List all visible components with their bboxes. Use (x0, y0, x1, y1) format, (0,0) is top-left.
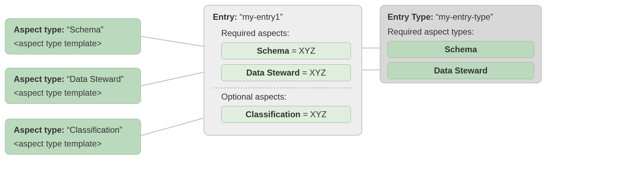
entry-type-title-value: “my-entry-type” (436, 12, 493, 22)
entry-title-prefix: Entry: (213, 12, 240, 22)
required-aspect-type-schema: Schema (388, 41, 534, 58)
section-divider (213, 88, 353, 88)
aspect-type-template: <aspect type template> (14, 38, 132, 49)
aspect-type-template: <aspect type template> (14, 87, 132, 99)
aspect-type-label-prefix: Aspect type: (14, 125, 67, 135)
required-aspect-type-data-steward-label: Data Steward (434, 66, 488, 76)
aspect-type-name: “Schema” (67, 25, 104, 34)
entry-title-value: “my-entry1” (240, 12, 283, 22)
connector-data-steward (141, 70, 214, 86)
entry-required-label: Required aspects: (221, 28, 353, 39)
entry-required-pills: Schema = XYZ Data Steward = XYZ (221, 42, 351, 81)
entry-type-required-pills: Schema Data Steward (388, 41, 534, 79)
aspect-type-label-prefix: Aspect type: (14, 74, 67, 84)
connector-classification (141, 115, 214, 136)
aspect-type-title: Aspect type: “Classification” (14, 124, 132, 136)
entry-type-title-prefix: Entry Type: (388, 12, 436, 22)
entry-title: Entry: “my-entry1” (213, 11, 353, 23)
entry-type-required-label: Required aspect types: (388, 26, 534, 37)
connector-schema (141, 36, 214, 48)
aspect-type-label-prefix: Aspect type: (14, 25, 67, 34)
aspect-type-name: “Classification” (67, 125, 122, 135)
aspect-type-template: <aspect type template> (14, 138, 132, 149)
aspect-type-card-data-steward: Aspect type: “Data Steward” <aspect type… (5, 68, 141, 104)
aspect-type-title: Aspect type: “Data Steward” (14, 73, 132, 85)
entry-type-title: Entry Type: “my-entry-type” (388, 11, 534, 23)
required-aspect-type-data-steward: Data Steward (388, 62, 534, 79)
entry-optional-label: Optional aspects: (221, 91, 353, 102)
entry-panel: Entry: “my-entry1” Required aspects: Sch… (204, 5, 362, 136)
required-aspect-schema: Schema = XYZ (221, 42, 351, 59)
aspect-type-name: “Data Steward” (67, 74, 124, 84)
aspect-type-title: Aspect type: “Schema” (14, 24, 132, 36)
aspect-type-card-schema: Aspect type: “Schema” <aspect type templ… (5, 18, 141, 54)
required-aspect-type-schema-label: Schema (445, 44, 477, 54)
entry-optional-pills: Classification = XYZ (221, 106, 351, 123)
diagram-canvas: Aspect type: “Schema” <aspect type templ… (0, 0, 644, 178)
required-aspect-data-steward: Data Steward = XYZ (221, 64, 351, 81)
aspect-type-card-classification: Aspect type: “Classification” <aspect ty… (5, 119, 141, 155)
entry-type-panel: Entry Type: “my-entry-type” Required asp… (380, 5, 542, 83)
optional-aspect-classification: Classification = XYZ (221, 106, 351, 123)
